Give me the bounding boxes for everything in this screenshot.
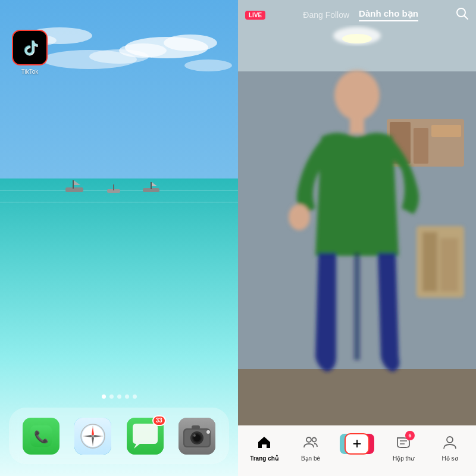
svg-rect-12 bbox=[65, 187, 83, 192]
svg-rect-53 bbox=[350, 116, 364, 134]
nav-profile[interactable]: Hồ sơ bbox=[432, 434, 468, 462]
phone-svg: 📞 bbox=[30, 425, 52, 447]
bottom-navigation: Trang chủ Bạn bè + bbox=[238, 425, 476, 476]
nav-inbox[interactable]: 6 Hộp thư bbox=[386, 434, 421, 462]
iphone-home-screen: TikTok 📞 bbox=[0, 0, 238, 476]
svg-rect-50 bbox=[431, 125, 461, 137]
dot-3 bbox=[117, 394, 121, 399]
home-svg bbox=[256, 434, 272, 450]
inbox-icon: 6 bbox=[396, 434, 411, 453]
inbox-badge: 6 bbox=[405, 431, 415, 440]
home-label: Trang chủ bbox=[250, 455, 278, 462]
messages-dock-icon[interactable]: 33 bbox=[127, 418, 164, 455]
tiktok-label: TikTok bbox=[21, 68, 39, 75]
svg-rect-13 bbox=[73, 180, 74, 189]
live-badge: LIVE bbox=[245, 11, 265, 20]
dot-2 bbox=[109, 394, 114, 399]
tiktok-app-icon[interactable]: TikTok bbox=[12, 30, 48, 65]
friends-icon bbox=[303, 434, 318, 453]
svg-rect-49 bbox=[414, 128, 428, 164]
svg-point-45 bbox=[342, 34, 372, 43]
tab-danh-cho-ban[interactable]: Dành cho bạn bbox=[359, 8, 418, 21]
phone-dock-icon[interactable]: 📞 bbox=[23, 418, 60, 455]
svg-line-60 bbox=[464, 15, 468, 19]
camera-dock-icon[interactable] bbox=[178, 418, 215, 455]
video-background bbox=[238, 0, 476, 476]
create-button-container[interactable]: + bbox=[341, 433, 373, 455]
svg-text:📞: 📞 bbox=[33, 430, 48, 444]
room-background-svg bbox=[238, 0, 476, 476]
profile-label: Hồ sơ bbox=[442, 455, 458, 462]
messages-badge: 33 bbox=[152, 415, 166, 426]
svg-point-31 bbox=[92, 435, 94, 437]
svg-rect-40 bbox=[192, 425, 200, 429]
svg-rect-16 bbox=[113, 184, 114, 190]
nav-home[interactable]: Trang chủ bbox=[246, 434, 282, 462]
camera-svg bbox=[178, 418, 215, 455]
svg-point-65 bbox=[447, 437, 453, 443]
svg-point-7 bbox=[89, 49, 149, 64]
tiktok-logo-svg bbox=[18, 36, 41, 59]
nav-tabs: Đang Follow Dành cho bạn bbox=[303, 8, 418, 21]
dot-4 bbox=[125, 394, 129, 399]
svg-point-39 bbox=[193, 434, 196, 437]
svg-point-41 bbox=[206, 430, 210, 434]
svg-rect-58 bbox=[440, 238, 458, 292]
profile-icon bbox=[442, 434, 458, 453]
home-icon bbox=[256, 434, 272, 453]
search-icon bbox=[456, 7, 469, 20]
inbox-label: Hộp thư bbox=[393, 455, 414, 462]
profile-svg bbox=[442, 434, 458, 450]
svg-rect-57 bbox=[422, 232, 437, 292]
nav-friends[interactable]: Bạn bè bbox=[293, 434, 328, 462]
nav-create[interactable]: + . bbox=[339, 433, 375, 463]
svg-point-8 bbox=[184, 60, 232, 71]
svg-point-52 bbox=[334, 70, 380, 120]
dot-5 bbox=[133, 394, 137, 399]
svg-point-62 bbox=[312, 437, 317, 441]
svg-point-54 bbox=[289, 204, 310, 230]
safari-svg bbox=[74, 418, 111, 455]
dot-1 bbox=[102, 394, 106, 399]
svg-rect-18 bbox=[151, 182, 152, 189]
friends-svg bbox=[303, 434, 318, 450]
create-label: . bbox=[356, 456, 358, 463]
safari-dock-icon[interactable] bbox=[74, 418, 111, 455]
svg-point-2 bbox=[164, 35, 217, 51]
create-btn-center[interactable]: + bbox=[345, 433, 369, 455]
top-navigation: LIVE Đang Follow Dành cho bạn bbox=[238, 0, 476, 30]
search-button[interactable] bbox=[456, 7, 469, 23]
camera-app-icon[interactable] bbox=[178, 418, 215, 455]
page-dots bbox=[0, 394, 238, 399]
tab-dang-follow[interactable]: Đang Follow bbox=[303, 10, 349, 20]
safari-app-icon[interactable] bbox=[74, 418, 111, 455]
phone-app-icon[interactable]: 📞 bbox=[23, 418, 60, 455]
dock: 📞 bbox=[9, 408, 229, 464]
friends-label: Bạn bè bbox=[301, 455, 320, 462]
svg-rect-55 bbox=[354, 253, 360, 360]
tiktok-app-screen: LIVE Đang Follow Dành cho bạn Trang chủ bbox=[238, 0, 476, 476]
svg-point-61 bbox=[306, 437, 311, 442]
